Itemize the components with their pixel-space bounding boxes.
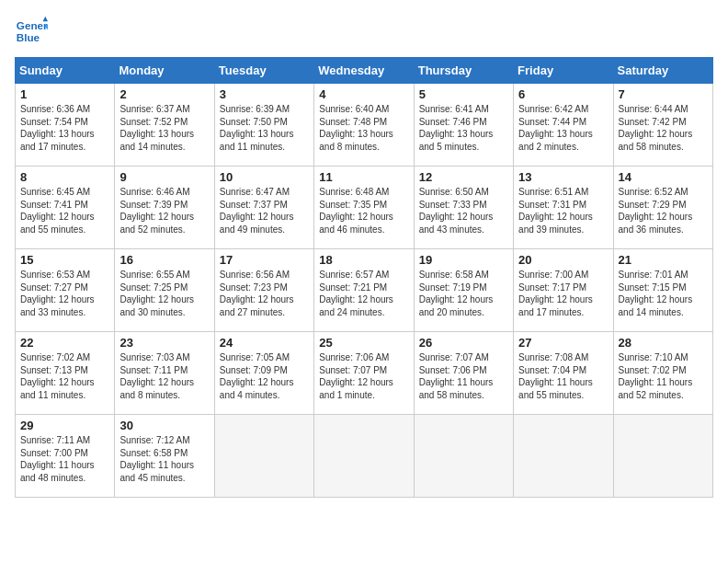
day-number: 25 [319,336,408,350]
day-number: 7 [619,87,708,101]
day-number: 28 [619,336,708,350]
calendar-cell: 26Sunrise: 7:07 AMSunset: 7:06 PMDayligh… [414,332,513,415]
calendar-cell: 25Sunrise: 7:06 AMSunset: 7:07 PMDayligh… [314,332,414,415]
logo: General Blue [15,15,51,48]
calendar-cell: 15Sunrise: 6:53 AMSunset: 7:27 PMDayligh… [16,249,115,332]
calendar-cell: 3Sunrise: 6:39 AMSunset: 7:50 PMDaylight… [214,84,313,167]
day-number: 17 [220,253,309,267]
cell-details: Sunrise: 6:50 AMSunset: 7:33 PMDaylight:… [419,186,508,236]
weekday-header-thursday: Thursday [414,58,513,84]
weekday-header-wednesday: Wednesday [314,58,414,84]
calendar-cell: 16Sunrise: 6:55 AMSunset: 7:25 PMDayligh… [115,249,214,332]
cell-details: Sunrise: 7:10 AMSunset: 7:02 PMDaylight:… [619,351,708,401]
cell-details: Sunrise: 6:44 AMSunset: 7:42 PMDaylight:… [619,103,708,153]
calendar-cell: 18Sunrise: 6:57 AMSunset: 7:21 PMDayligh… [314,249,414,332]
day-number: 3 [220,87,309,101]
calendar-cell: 2Sunrise: 6:37 AMSunset: 7:52 PMDaylight… [115,84,214,167]
cell-details: Sunrise: 6:41 AMSunset: 7:46 PMDaylight:… [419,103,508,153]
calendar-cell: 6Sunrise: 6:42 AMSunset: 7:44 PMDaylight… [514,84,613,167]
day-number: 1 [20,87,109,101]
day-number: 4 [319,87,408,101]
cell-details: Sunrise: 6:52 AMSunset: 7:29 PMDaylight:… [619,186,708,236]
calendar-cell [514,415,613,498]
calendar-cell: 1Sunrise: 6:36 AMSunset: 7:54 PMDaylight… [16,84,115,167]
cell-details: Sunrise: 7:12 AMSunset: 6:58 PMDaylight:… [119,434,209,484]
day-number: 21 [619,253,708,267]
day-number: 14 [619,170,708,184]
calendar-cell: 27Sunrise: 7:08 AMSunset: 7:04 PMDayligh… [514,332,613,415]
day-number: 10 [220,170,309,184]
day-number: 12 [419,170,508,184]
calendar-cell: 19Sunrise: 6:58 AMSunset: 7:19 PMDayligh… [414,249,513,332]
calendar-week-row: 1Sunrise: 6:36 AMSunset: 7:54 PMDaylight… [16,84,713,167]
cell-details: Sunrise: 6:37 AMSunset: 7:52 PMDaylight:… [119,103,209,153]
day-number: 23 [119,336,209,350]
calendar-table: SundayMondayTuesdayWednesdayThursdayFrid… [15,57,713,498]
day-number: 29 [20,419,109,432]
svg-text:Blue: Blue [17,31,40,43]
calendar-cell [314,415,414,498]
calendar-cell: 10Sunrise: 6:47 AMSunset: 7:37 PMDayligh… [214,167,313,249]
cell-details: Sunrise: 7:06 AMSunset: 7:07 PMDaylight:… [319,351,408,401]
calendar-header-row: SundayMondayTuesdayWednesdayThursdayFrid… [16,58,713,84]
day-number: 13 [518,170,608,184]
cell-details: Sunrise: 6:46 AMSunset: 7:39 PMDaylight:… [119,186,209,236]
cell-details: Sunrise: 7:00 AMSunset: 7:17 PMDaylight:… [518,269,608,318]
day-number: 11 [319,170,408,184]
weekday-header-monday: Monday [115,58,214,84]
cell-details: Sunrise: 7:01 AMSunset: 7:15 PMDaylight:… [619,269,708,318]
cell-details: Sunrise: 6:47 AMSunset: 7:37 PMDaylight:… [220,186,309,236]
day-number: 6 [518,87,608,101]
calendar-cell: 11Sunrise: 6:48 AMSunset: 7:35 PMDayligh… [314,167,414,249]
calendar-cell [613,415,712,498]
day-number: 2 [119,87,209,101]
day-number: 15 [20,253,109,267]
calendar-body: 1Sunrise: 6:36 AMSunset: 7:54 PMDaylight… [16,84,713,498]
cell-details: Sunrise: 6:51 AMSunset: 7:31 PMDaylight:… [518,186,608,236]
cell-details: Sunrise: 7:07 AMSunset: 7:06 PMDaylight:… [419,351,508,401]
day-number: 8 [20,170,109,184]
day-number: 22 [20,336,109,350]
calendar-cell: 20Sunrise: 7:00 AMSunset: 7:17 PMDayligh… [514,249,613,332]
calendar-cell: 21Sunrise: 7:01 AMSunset: 7:15 PMDayligh… [613,249,712,332]
day-number: 27 [518,336,608,350]
day-number: 16 [119,253,209,267]
day-number: 5 [419,87,508,101]
calendar-cell: 13Sunrise: 6:51 AMSunset: 7:31 PMDayligh… [514,167,613,249]
cell-details: Sunrise: 6:42 AMSunset: 7:44 PMDaylight:… [518,103,608,153]
calendar-cell [214,415,313,498]
calendar-cell: 30Sunrise: 7:12 AMSunset: 6:58 PMDayligh… [115,415,214,498]
day-number: 24 [220,336,309,350]
cell-details: Sunrise: 7:02 AMSunset: 7:13 PMDaylight:… [20,351,109,401]
cell-details: Sunrise: 7:05 AMSunset: 7:09 PMDaylight:… [220,351,309,401]
calendar-week-row: 29Sunrise: 7:11 AMSunset: 7:00 PMDayligh… [16,415,713,498]
calendar-week-row: 22Sunrise: 7:02 AMSunset: 7:13 PMDayligh… [16,332,713,415]
cell-details: Sunrise: 6:48 AMSunset: 7:35 PMDaylight:… [319,186,408,236]
calendar-cell: 17Sunrise: 6:56 AMSunset: 7:23 PMDayligh… [214,249,313,332]
calendar-cell: 22Sunrise: 7:02 AMSunset: 7:13 PMDayligh… [16,332,115,415]
cell-details: Sunrise: 7:08 AMSunset: 7:04 PMDaylight:… [518,351,608,401]
calendar-cell: 9Sunrise: 6:46 AMSunset: 7:39 PMDaylight… [115,167,214,249]
calendar-week-row: 15Sunrise: 6:53 AMSunset: 7:27 PMDayligh… [16,249,713,332]
calendar-cell: 4Sunrise: 6:40 AMSunset: 7:48 PMDaylight… [314,84,414,167]
calendar-cell [414,415,513,498]
calendar-cell: 8Sunrise: 6:45 AMSunset: 7:41 PMDaylight… [16,167,115,249]
day-number: 9 [119,170,209,184]
calendar-cell: 23Sunrise: 7:03 AMSunset: 7:11 PMDayligh… [115,332,214,415]
cell-details: Sunrise: 6:53 AMSunset: 7:27 PMDaylight:… [20,269,109,318]
cell-details: Sunrise: 6:58 AMSunset: 7:19 PMDaylight:… [419,269,508,318]
cell-details: Sunrise: 6:45 AMSunset: 7:41 PMDaylight:… [20,186,109,236]
day-number: 30 [119,419,209,432]
cell-details: Sunrise: 7:11 AMSunset: 7:00 PMDaylight:… [20,434,109,484]
page-header: General Blue [15,15,713,48]
day-number: 20 [518,253,608,267]
calendar-cell: 28Sunrise: 7:10 AMSunset: 7:02 PMDayligh… [613,332,712,415]
cell-details: Sunrise: 6:57 AMSunset: 7:21 PMDaylight:… [319,269,408,318]
cell-details: Sunrise: 6:36 AMSunset: 7:54 PMDaylight:… [20,103,109,153]
weekday-header-friday: Friday [514,58,613,84]
calendar-cell: 24Sunrise: 7:05 AMSunset: 7:09 PMDayligh… [214,332,313,415]
cell-details: Sunrise: 6:56 AMSunset: 7:23 PMDaylight:… [220,269,309,318]
cell-details: Sunrise: 6:40 AMSunset: 7:48 PMDaylight:… [319,103,408,153]
weekday-header-tuesday: Tuesday [214,58,313,84]
calendar-cell: 14Sunrise: 6:52 AMSunset: 7:29 PMDayligh… [613,167,712,249]
